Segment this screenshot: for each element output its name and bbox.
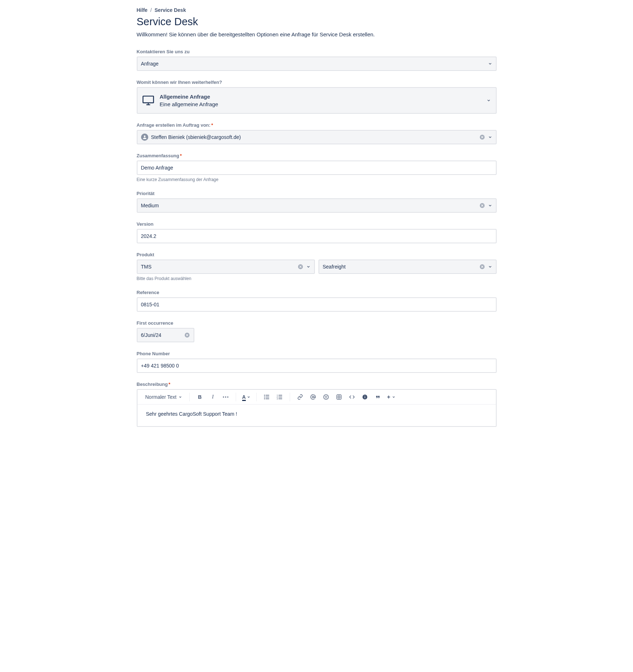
reference-label: Reference bbox=[137, 290, 497, 295]
breadcrumb-root[interactable]: Hilfe bbox=[137, 7, 148, 13]
phone-label: Phone Number bbox=[137, 351, 497, 356]
on-behalf-label: Anfrage erstellen im Auftrag von:* bbox=[137, 122, 497, 128]
svg-rect-0 bbox=[143, 96, 153, 103]
chevron-down-icon bbox=[306, 265, 311, 269]
clear-icon[interactable] bbox=[298, 264, 303, 270]
request-type-title: Allgemeine Anfrage bbox=[160, 94, 218, 100]
info-panel-button[interactable] bbox=[359, 391, 371, 403]
request-type-select[interactable]: Allgemeine Anfrage Eine allgemeine Anfra… bbox=[137, 87, 497, 114]
bullet-list-button[interactable] bbox=[261, 391, 272, 403]
editor-toolbar: Normaler Text B I A bbox=[137, 390, 496, 405]
chevron-down-icon bbox=[488, 203, 492, 208]
svg-point-10 bbox=[225, 396, 226, 397]
contact-about-value: Anfrage bbox=[141, 61, 485, 67]
phone-input[interactable] bbox=[137, 358, 497, 373]
first-occurrence-label: First occurrence bbox=[137, 320, 497, 326]
clear-icon[interactable] bbox=[184, 332, 190, 338]
description-editor: Normaler Text B I A bbox=[137, 389, 497, 427]
reference-input[interactable] bbox=[137, 297, 497, 312]
clear-icon[interactable] bbox=[479, 203, 485, 208]
bold-button[interactable]: B bbox=[194, 391, 205, 403]
chevron-down-icon bbox=[488, 265, 492, 269]
svg-point-27 bbox=[327, 396, 327, 396]
svg-rect-13 bbox=[266, 395, 269, 396]
description-label: Beschreibung* bbox=[137, 382, 497, 387]
summary-label: Zusammenfassung* bbox=[137, 153, 497, 158]
insert-more-button[interactable] bbox=[385, 391, 397, 403]
page-title: Service Desk bbox=[137, 16, 497, 28]
svg-text:3: 3 bbox=[277, 398, 278, 400]
code-button[interactable] bbox=[346, 391, 358, 403]
svg-point-24 bbox=[312, 396, 314, 398]
svg-point-11 bbox=[227, 396, 229, 397]
product-secondary-select[interactable]: Seafreight bbox=[318, 260, 497, 274]
svg-point-9 bbox=[223, 396, 224, 397]
more-formatting-button[interactable] bbox=[220, 391, 231, 403]
svg-rect-21 bbox=[279, 397, 282, 397]
product-primary-select[interactable]: TMS bbox=[137, 260, 315, 274]
svg-rect-15 bbox=[266, 397, 269, 397]
quote-button[interactable] bbox=[372, 391, 384, 403]
product-help: Bitte das Produkt auswählen bbox=[137, 276, 497, 281]
text-style-dropdown[interactable]: Normaler Text bbox=[143, 391, 185, 403]
version-input[interactable] bbox=[137, 229, 497, 243]
summary-input[interactable] bbox=[137, 161, 497, 175]
chevron-down-icon bbox=[487, 98, 491, 103]
breadcrumb-current[interactable]: Service Desk bbox=[155, 7, 186, 13]
product-label: Produkt bbox=[137, 252, 497, 257]
request-type-subtitle: Eine allgemeine Anfrage bbox=[160, 101, 218, 107]
on-behalf-value: Steffen Bieniek (sbieniek@cargosoft.de) bbox=[151, 134, 476, 140]
numbered-list-button[interactable]: 123 bbox=[274, 391, 285, 403]
chevron-down-icon bbox=[488, 135, 492, 139]
svg-rect-17 bbox=[266, 398, 269, 399]
svg-point-12 bbox=[264, 395, 265, 396]
product-secondary-value: Seafreight bbox=[323, 264, 476, 270]
priority-label: Priorität bbox=[137, 191, 497, 196]
priority-select[interactable]: Medium bbox=[137, 198, 497, 213]
product-primary-value: TMS bbox=[141, 264, 295, 270]
svg-point-16 bbox=[264, 398, 265, 400]
version-label: Version bbox=[137, 221, 497, 227]
help-with-label: Womit können wir Ihnen weiterhelfen? bbox=[137, 80, 497, 85]
text-color-button[interactable]: A bbox=[240, 391, 252, 403]
contact-about-select[interactable]: Anfrage bbox=[137, 57, 497, 71]
svg-rect-23 bbox=[279, 398, 282, 399]
mention-button[interactable] bbox=[307, 391, 319, 403]
svg-rect-32 bbox=[365, 397, 365, 398]
italic-button[interactable]: I bbox=[207, 391, 218, 403]
clear-icon[interactable] bbox=[479, 134, 485, 140]
breadcrumb-separator: / bbox=[150, 7, 152, 13]
on-behalf-select[interactable]: Steffen Bieniek (sbieniek@cargosoft.de) bbox=[137, 130, 497, 144]
clear-icon[interactable] bbox=[479, 264, 485, 270]
emoji-button[interactable] bbox=[320, 391, 332, 403]
link-button[interactable] bbox=[294, 391, 306, 403]
table-button[interactable] bbox=[333, 391, 345, 403]
svg-point-26 bbox=[325, 396, 326, 396]
chevron-down-icon bbox=[488, 62, 492, 66]
svg-point-3 bbox=[144, 135, 145, 137]
summary-help: Eine kurze Zusammenfassung der Anfrage bbox=[137, 177, 497, 182]
svg-point-14 bbox=[264, 397, 265, 398]
svg-rect-19 bbox=[279, 395, 282, 396]
first-occurrence-value: 6/Juni/24 bbox=[141, 332, 181, 338]
contact-about-label: Kontaktieren Sie uns zu bbox=[137, 49, 497, 54]
monitor-icon bbox=[143, 95, 154, 105]
svg-point-33 bbox=[365, 396, 366, 396]
priority-value: Medium bbox=[141, 203, 476, 208]
user-avatar-icon bbox=[141, 134, 148, 141]
description-textarea[interactable]: Sehr geehrtes CargoSoft Support Team ! bbox=[137, 405, 496, 426]
svg-point-25 bbox=[324, 394, 329, 399]
breadcrumb: Hilfe / Service Desk bbox=[137, 7, 497, 13]
first-occurrence-input[interactable]: 6/Juni/24 bbox=[137, 328, 194, 342]
welcome-text: Willkommen! Sie können über die bereitge… bbox=[137, 31, 497, 37]
